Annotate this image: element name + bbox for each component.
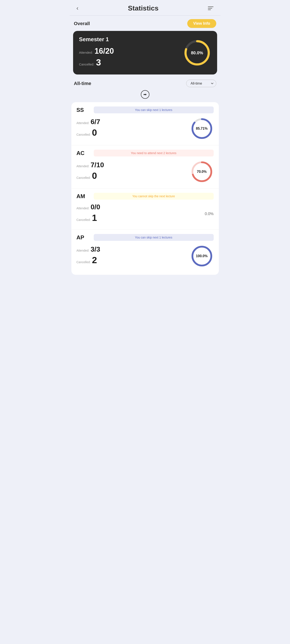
overall-percentage: 80.0%	[191, 50, 203, 55]
back-button[interactable]: ‹	[75, 4, 80, 12]
subject-ap-header: AP You can skip next 1 lectures	[77, 234, 214, 241]
attended-value: 16/20	[95, 46, 114, 56]
ss-percentage: 85.71%	[196, 127, 207, 130]
subject-am-body: Attended: 0/0 Cancelled: 1 0.0%	[77, 203, 214, 227]
ap-cancelled-value: 2	[92, 255, 97, 265]
subject-ac-stats: Attended: 7/10 Cancelled: 0	[77, 161, 104, 183]
am-cancelled-row: Cancelled: 1	[77, 213, 100, 223]
subject-ss-code: SS	[77, 107, 89, 113]
page-title: Statistics	[128, 4, 159, 12]
alltime-dropdown[interactable]: All-time Semester 1 Semester 2	[186, 80, 216, 87]
attended-row: Attended: 16/20	[79, 46, 114, 56]
cancelled-value: 3	[96, 57, 101, 68]
am-cancelled-value: 1	[92, 213, 97, 223]
semester-title: Semester 1	[79, 36, 114, 43]
ac-attended-value: 7/10	[90, 161, 104, 169]
cancelled-label: Cancelled:	[79, 62, 94, 66]
ap-attended-value: 3/3	[90, 245, 100, 253]
subject-ss-badge: You can skip next 1 lectures	[94, 106, 214, 113]
ss-attended-label: Attended:	[77, 121, 89, 125]
ss-cancelled-label: Cancelled:	[77, 133, 91, 136]
subject-card-ss: SS You can skip next 1 lectures Attended…	[71, 102, 219, 145]
ap-progress-circle: 100.0%	[190, 244, 214, 268]
navigate-arrow-button[interactable]: ➡	[141, 90, 150, 99]
view-info-button[interactable]: View Info	[187, 19, 216, 28]
subject-am-stats: Attended: 0/0 Cancelled: 1	[77, 203, 100, 225]
am-cancelled-label: Cancelled:	[77, 218, 91, 222]
ss-attended-row: Attended: 6/7	[77, 118, 100, 126]
ap-cancelled-row: Cancelled: 2	[77, 255, 100, 265]
subjects-container: SS You can skip next 1 lectures Attended…	[71, 102, 219, 275]
subject-ac-body: Attended: 7/10 Cancelled: 0 70.0%	[77, 160, 214, 186]
ac-cancelled-label: Cancelled:	[77, 176, 91, 180]
alltime-section-header: All-time All-time Semester 1 Semester 2	[70, 80, 221, 90]
ac-percentage: 70.0%	[197, 170, 207, 174]
ss-attended-value: 6/7	[90, 118, 100, 126]
ac-cancelled-row: Cancelled: 0	[77, 171, 104, 181]
subject-card-am: AM You cannot skip the next lecture Atte…	[71, 188, 219, 230]
subject-ac-code: AC	[77, 150, 89, 156]
subject-ac-badge: You need to attend next 2 lectures	[94, 150, 214, 156]
subject-card-ac: AC You need to attend next 2 lectures At…	[71, 145, 219, 188]
ac-progress-circle: 70.0%	[190, 160, 214, 184]
filter-icon-line2	[208, 8, 212, 8]
ss-cancelled-row: Cancelled: 0	[77, 128, 100, 138]
filter-button[interactable]	[206, 6, 215, 11]
ss-cancelled-value: 0	[92, 128, 97, 138]
subject-ac-header: AC You need to attend next 2 lectures	[77, 150, 214, 156]
subject-am-badge: You cannot skip the next lecture	[94, 193, 214, 200]
ac-attended-row: Attended: 7/10	[77, 161, 104, 169]
am-percentage: 0.0%	[205, 212, 213, 216]
subject-ss-body: Attended: 6/7 Cancelled: 0 85.71%	[77, 117, 214, 143]
semester-card: Semester 1 Attended: 16/20 Cancelled: 3 …	[73, 31, 217, 74]
subject-ap-badge: You can skip next 1 lectures	[94, 234, 214, 241]
subject-ss-header: SS You can skip next 1 lectures	[77, 106, 214, 113]
filter-icon-line1	[208, 6, 213, 7]
ac-attended-label: Attended:	[77, 164, 89, 168]
header: ‹ Statistics	[70, 0, 221, 16]
subject-card-ap: AP You can skip next 1 lectures Attended…	[71, 230, 219, 273]
cancelled-row: Cancelled: 3	[79, 57, 114, 68]
overall-section-header: Overall View Info	[70, 19, 221, 31]
subject-ss-stats: Attended: 6/7 Cancelled: 0	[77, 118, 100, 140]
subject-am-code: AM	[77, 193, 89, 200]
am-attended-label: Attended:	[77, 206, 89, 210]
ap-attended-row: Attended: 3/3	[77, 245, 100, 253]
filter-icon-line3	[208, 10, 211, 10]
subject-ap-stats: Attended: 3/3 Cancelled: 2	[77, 245, 100, 267]
alltime-label: All-time	[74, 81, 91, 86]
ap-attended-label: Attended:	[77, 249, 89, 252]
header-divider	[70, 16, 221, 16]
semester-info: Semester 1 Attended: 16/20 Cancelled: 3	[79, 36, 114, 69]
am-attended-value: 0/0	[90, 203, 100, 211]
subject-ap-body: Attended: 3/3 Cancelled: 2 100.0%	[77, 244, 214, 270]
attended-label: Attended:	[79, 51, 93, 54]
ac-cancelled-value: 0	[92, 171, 97, 181]
ap-cancelled-label: Cancelled:	[77, 260, 91, 264]
subject-am-header: AM You cannot skip the next lecture	[77, 193, 214, 200]
ap-percentage: 100.0%	[196, 254, 207, 258]
overall-label: Overall	[74, 21, 90, 26]
subject-ap-code: AP	[77, 234, 89, 241]
ss-progress-circle: 85.71%	[190, 117, 214, 140]
am-attended-row: Attended: 0/0	[77, 203, 100, 211]
overall-progress-circle: 80.0%	[183, 39, 211, 67]
